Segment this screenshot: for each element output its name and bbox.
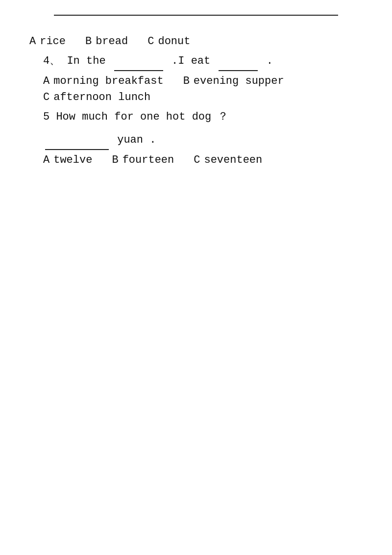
top-divider xyxy=(54,15,338,16)
question4-row: 4、 In the .I eat . xyxy=(29,51,363,71)
option-4-text-c: afternoon lunch xyxy=(53,91,150,103)
option-4c: C afternoon lunch xyxy=(43,91,150,103)
question4-options-line1: A morning breakfast B evening supper xyxy=(29,75,363,87)
question4-suffix: . xyxy=(267,55,273,67)
question3-options: A rice B bread C donut xyxy=(29,35,363,48)
question4-options-line2: C afternoon lunch xyxy=(29,91,363,103)
question5-suffix: yuan . xyxy=(117,134,156,146)
option-4-letter-a: A xyxy=(43,75,49,87)
option-5-letter-c: C xyxy=(194,154,200,166)
option-5c: C seventeen xyxy=(194,154,262,166)
question5-blank xyxy=(45,149,109,150)
option-3b: B bread xyxy=(85,35,128,48)
question4-middle: .I eat xyxy=(172,55,210,67)
option-4-text-a: morning breakfast xyxy=(53,75,163,87)
option-4-letter-c: C xyxy=(43,91,49,103)
option-5a: A twelve xyxy=(43,154,92,166)
option-4-letter-b: B xyxy=(183,75,190,87)
question4-blank2 xyxy=(219,70,258,71)
option-5-text-a: twelve xyxy=(53,154,92,166)
option-4-text-b: evening supper xyxy=(194,75,284,87)
option-5-letter-a: A xyxy=(43,154,49,166)
question5-number: 5 xyxy=(43,111,49,123)
option-letter-c: C xyxy=(147,35,154,48)
question5-text: How much for one hot dog ？ xyxy=(56,111,228,123)
question4-prefix: In the xyxy=(67,55,105,67)
option-5-text-c: seventeen xyxy=(204,154,262,166)
option-letter-a: A xyxy=(29,35,36,48)
question4-blank1 xyxy=(114,70,163,71)
question5-blank-row: yuan . xyxy=(29,130,363,150)
option-letter-b: B xyxy=(85,35,92,48)
question5-row: 5 How much for one hot dog ？ xyxy=(29,107,363,127)
option-5b: B fourteen xyxy=(112,154,174,166)
option-4a: A morning breakfast xyxy=(43,75,164,87)
option-4b: B evening supper xyxy=(183,75,284,87)
option-text-b: bread xyxy=(96,35,128,48)
option-5-letter-b: B xyxy=(112,154,118,166)
option-5-text-b: fourteen xyxy=(122,154,174,166)
question5-options: A twelve B fourteen C seventeen xyxy=(29,154,363,166)
option-text-c: donut xyxy=(158,35,190,48)
option-text-a: rice xyxy=(40,35,66,48)
option-3c: C donut xyxy=(147,35,190,48)
option-3a: A rice xyxy=(29,35,66,48)
question4-number: 4、 xyxy=(43,55,60,67)
